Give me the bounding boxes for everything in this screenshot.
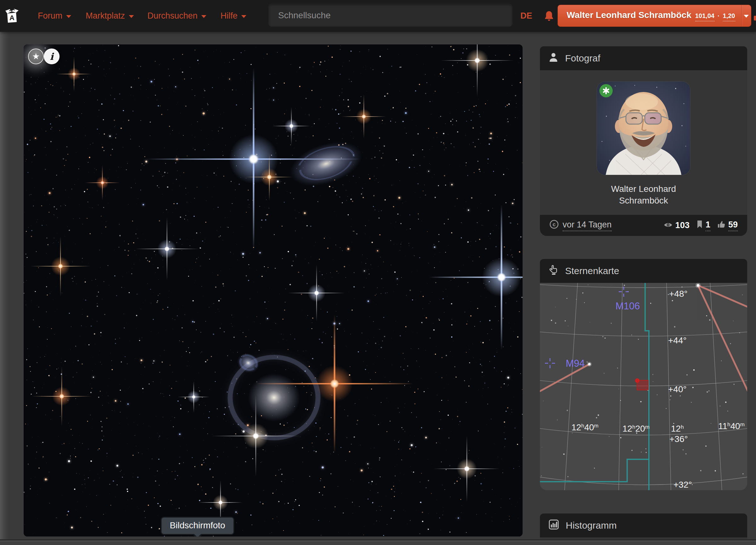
language-label: DE: [520, 11, 532, 21]
thumbs-up-icon: [717, 220, 725, 231]
astrophoto-image[interactable]: ★ i Bildschirmfoto: [24, 44, 523, 536]
likes-stat[interactable]: 59: [717, 220, 738, 231]
user-name: Walter Leonhard Schramböck: [567, 10, 691, 20]
views-count: 103: [675, 221, 690, 230]
bottom-section-divider: [0, 539, 756, 545]
chevron-down-icon: [241, 15, 246, 18]
bookmarks-count: 1: [706, 220, 710, 231]
eye-icon: [664, 221, 673, 230]
search-input[interactable]: [268, 4, 513, 27]
publish-date-link[interactable]: c vor 14 Tagen: [549, 220, 612, 231]
user-score: 101,04: [695, 12, 714, 21]
astrobin-logo[interactable]: A: [5, 8, 20, 24]
chevron-down-icon: [201, 15, 206, 18]
photographer-name[interactable]: Walter Leonhard Schramböck: [540, 183, 747, 206]
chevron-down-icon: [66, 15, 71, 18]
star-map[interactable]: M106M94+48°+44°+40°+36°+32°12h40m12h20m1…: [540, 283, 747, 490]
nav-link-marktplatz[interactable]: Marktplatz: [86, 0, 134, 32]
info-button[interactable]: i: [44, 49, 60, 64]
user-index: 1,20: [723, 12, 735, 21]
publish-date: vor 14 Tagen: [563, 220, 612, 231]
svg-text:+36°: +36°: [669, 434, 688, 444]
favorite-star-button[interactable]: ★: [28, 49, 44, 64]
nav-link-durchsuchen[interactable]: Durchsuchen: [147, 0, 206, 32]
tooltip-label: Bildschirmfoto: [170, 520, 225, 530]
panel-title: Histogramm: [566, 520, 617, 531]
svg-text:+48°: +48°: [669, 289, 688, 299]
svg-text:+32°: +32°: [673, 480, 692, 490]
nav-edge-fragment: [754, 16, 756, 20]
chevron-down-icon: [744, 15, 749, 18]
nav-link-forum[interactable]: Forum: [38, 0, 71, 32]
svg-text:c: c: [553, 221, 555, 227]
copyright-icon: c: [549, 220, 559, 231]
user-menu-main: Walter Leonhard Schramböck 101,04 · 1,20: [558, 10, 742, 21]
photographer-panel-header: Fotograf: [540, 46, 747, 70]
star-icon: ★: [32, 51, 40, 61]
svg-text:M94: M94: [566, 358, 585, 369]
premium-badge-icon: [599, 84, 613, 97]
score-separator: ·: [718, 12, 720, 20]
bookmark-icon: [696, 220, 703, 231]
photographer-panel: Fotograf: [540, 46, 747, 236]
starmap-panel: Sternenkarte M106M94+48°+44°+40°+36°+32°…: [540, 259, 747, 490]
nav-link-label: Durchsuchen: [147, 11, 198, 21]
nav-link-label: Hilfe: [221, 11, 238, 21]
photographer-name-line1: Walter Leonhard: [540, 183, 747, 195]
nav-link-label: Forum: [38, 11, 62, 21]
starmap-panel-header: Sternenkarte: [540, 259, 747, 283]
svg-text:A: A: [9, 14, 14, 22]
person-icon: [549, 52, 558, 65]
starfield-canvas: [24, 44, 523, 536]
svg-text:+40°: +40°: [668, 384, 687, 394]
image-stats: 103 1: [664, 220, 738, 231]
photographer-panel-body: Walter Leonhard Schramböck: [540, 70, 747, 215]
image-tooltip: Bildschirmfoto: [161, 517, 234, 535]
photographer-name-line2: Schramböck: [540, 195, 747, 206]
info-icon: i: [50, 51, 53, 62]
svg-text:M106: M106: [616, 301, 640, 312]
notifications-bell-icon[interactable]: [544, 10, 554, 22]
astrobin-page: A Forum Marktplatz Durchsuchen Hilfe DE: [0, 0, 756, 545]
histogram-panel-header: Histogramm: [540, 513, 747, 537]
photographer-panel-footer: c vor 14 Tagen 103: [540, 215, 747, 236]
svg-text:+44°: +44°: [668, 336, 687, 345]
views-stat: 103: [664, 221, 690, 230]
user-menu-caret[interactable]: [742, 5, 751, 26]
bookmarks-stat[interactable]: 1: [696, 220, 710, 231]
user-menu-button[interactable]: Walter Leonhard Schramböck 101,04 · 1,20: [558, 5, 751, 27]
page-left-edge: [0, 32, 8, 545]
bar-chart-icon: [549, 519, 559, 532]
likes-count: 59: [728, 220, 738, 231]
avatar[interactable]: [597, 82, 690, 175]
top-navbar: A Forum Marktplatz Durchsuchen Hilfe DE: [0, 0, 756, 32]
pointer-hand-icon: [549, 265, 558, 278]
panel-title: Fotograf: [565, 53, 600, 64]
panel-title: Sternenkarte: [565, 266, 619, 276]
nav-link-hilfe[interactable]: Hilfe: [221, 0, 246, 32]
chevron-down-icon: [129, 15, 134, 18]
nav-link-label: Marktplatz: [86, 11, 125, 21]
language-selector[interactable]: DE: [520, 0, 532, 32]
